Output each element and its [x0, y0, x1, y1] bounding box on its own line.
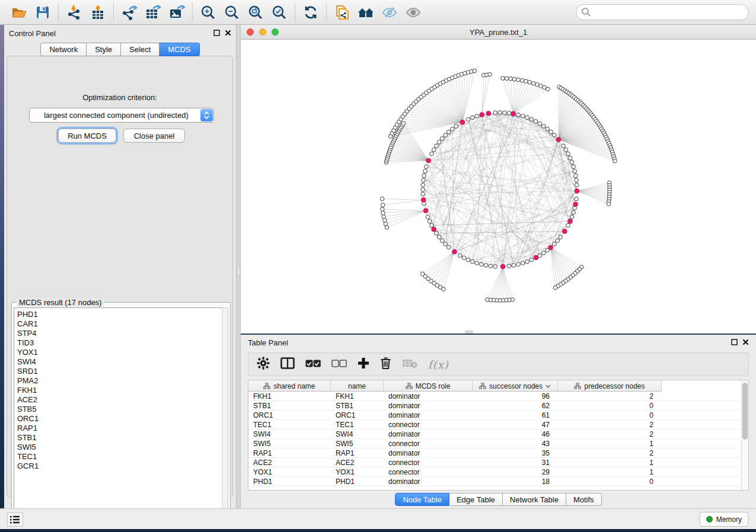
mcds-result-item[interactable]: PMA2 — [17, 376, 222, 386]
table-cell: connector — [384, 439, 473, 448]
table-cell: 18 — [473, 477, 558, 486]
network-graph[interactable] — [241, 40, 756, 334]
table-scrollbar[interactable] — [741, 380, 748, 490]
table-row[interactable]: SWI5SWI5connector431 — [248, 439, 742, 448]
table-toolbar: f(x) — [248, 352, 749, 376]
column-header-shared-name[interactable]: shared name — [248, 380, 331, 392]
mcds-result-item[interactable]: RAP1 — [17, 424, 222, 433]
import-table-icon[interactable] — [86, 2, 110, 23]
table-row[interactable]: STB1STB1dominator620 — [248, 401, 742, 411]
delete-column-trash-icon[interactable] — [380, 357, 391, 372]
network-window-titlebar[interactable]: YPA_prune.txt_1 — [241, 25, 756, 40]
add-column-plus-icon[interactable] — [358, 357, 369, 371]
mcds-result-item[interactable]: ORC1 — [17, 414, 222, 424]
vertical-splitter[interactable] — [236, 25, 241, 508]
mcds-result-item[interactable]: PHD1 — [17, 310, 222, 319]
export-network-icon[interactable] — [117, 2, 141, 23]
mcds-result-list[interactable]: PHD1CAR1STP4TID3YOX1SWI4SRD1PMA2FKH1ACE2… — [14, 307, 222, 518]
table-row[interactable]: PHD1PHD1dominator180 — [248, 477, 742, 486]
mcds-list-scrollbar[interactable] — [222, 307, 228, 518]
select-all-checkboxes-icon[interactable] — [305, 359, 321, 370]
zoom-fit-icon[interactable] — [244, 2, 267, 23]
table-cell: SWI4 — [331, 430, 384, 439]
mcds-result-item[interactable]: STP4 — [17, 329, 222, 338]
table-cell: 62 — [473, 401, 558, 411]
tab-node-table[interactable]: Node Table — [395, 493, 449, 506]
mcds-result-item[interactable]: STB1 — [17, 433, 222, 443]
table-cell: 1 — [558, 458, 662, 467]
table-row[interactable]: FKH1FKH1dominator962 — [248, 392, 742, 401]
mcds-result-item[interactable]: GCR1 — [17, 462, 222, 471]
column-header-successor-nodes[interactable]: successor nodes — [473, 380, 558, 392]
memory-button[interactable]: Memory — [700, 512, 748, 527]
mcds-result-item[interactable]: FKH1 — [17, 386, 222, 395]
float-panel-icon[interactable] — [731, 337, 738, 348]
network-canvas[interactable] — [241, 40, 756, 334]
export-table-icon[interactable] — [141, 2, 165, 23]
table-cell: 0 — [558, 401, 662, 411]
table-settings-gear-icon[interactable] — [257, 357, 270, 372]
table-cell: SWI5 — [331, 439, 384, 448]
table-row[interactable]: SWI4SWI4dominator462 — [248, 430, 742, 439]
tab-network[interactable]: Network — [40, 43, 87, 56]
table-row[interactable]: ORC1ORC1dominator610 — [248, 411, 742, 420]
column-header-predecessor-nodes[interactable]: predecessor nodes — [558, 380, 662, 392]
close-panel-button[interactable]: Close panel — [123, 129, 185, 143]
horizontal-splitter-handle[interactable] — [465, 331, 473, 334]
close-panel-icon[interactable] — [225, 28, 231, 39]
hide-selected-eye-icon[interactable] — [378, 2, 401, 23]
mcds-result-item[interactable]: ACE2 — [17, 395, 222, 405]
export-image-icon[interactable] — [165, 2, 189, 23]
mcds-result-item[interactable]: YOX1 — [17, 348, 222, 357]
tab-edge-table[interactable]: Edge Table — [449, 493, 503, 506]
zoom-selected-icon[interactable] — [267, 2, 291, 23]
mcds-result-item[interactable]: TID3 — [17, 338, 222, 348]
column-layout-icon[interactable] — [280, 357, 295, 371]
mcds-result-item[interactable]: CAR1 — [17, 319, 222, 329]
table-scrollbar-thumb[interactable] — [742, 383, 748, 440]
deselect-all-checkboxes-icon[interactable] — [331, 359, 347, 370]
close-panel-icon[interactable] — [742, 337, 749, 348]
refresh-icon[interactable] — [299, 2, 323, 23]
zoom-in-icon[interactable] — [196, 2, 220, 23]
mcds-result-item[interactable]: STB5 — [17, 405, 222, 414]
table-cell: YOX1 — [331, 467, 384, 477]
task-history-button[interactable] — [7, 512, 23, 527]
duplicate-network-icon[interactable] — [330, 2, 354, 23]
toolbar-separator — [58, 4, 59, 21]
table-row[interactable]: ACE2ACE2connector311 — [248, 458, 742, 467]
splitter-handle[interactable] — [237, 267, 240, 276]
control-panel-tabs: Network Style Select MCDS — [4, 43, 236, 56]
tab-network-table[interactable]: Network Table — [503, 493, 566, 506]
float-panel-icon[interactable] — [213, 28, 220, 39]
import-network-icon[interactable] — [62, 2, 86, 23]
table-row[interactable]: RAP1RAP1dominator352 — [248, 448, 742, 458]
toolbar-separator — [192, 4, 193, 21]
tab-select[interactable]: Select — [121, 43, 160, 56]
tab-motifs[interactable]: Motifs — [566, 493, 602, 506]
column-header-name[interactable]: name — [331, 380, 384, 392]
column-header-MCDS-role[interactable]: MCDS role — [384, 380, 473, 392]
mcds-result-item[interactable]: TEC1 — [17, 452, 222, 462]
table-cell: 43 — [473, 439, 558, 448]
show-all-eye-icon[interactable] — [401, 2, 425, 23]
search-input[interactable] — [576, 4, 749, 20]
mcds-result-item[interactable]: SRD1 — [17, 367, 222, 376]
tab-mcds[interactable]: MCDS — [160, 43, 199, 56]
mcds-result-item[interactable]: SWI5 — [17, 443, 222, 452]
table-row[interactable]: TEC1TEC1connector472 — [248, 420, 742, 430]
table-panel-tabs: Node Table Edge Table Network Table Moti… — [241, 493, 756, 506]
tab-style[interactable]: Style — [87, 43, 121, 56]
node-table-body: FKH1FKH1dominator962STB1STB1dominator620… — [248, 392, 742, 486]
run-mcds-button[interactable]: Run MCDS — [58, 129, 116, 143]
table-cell: 47 — [473, 420, 558, 430]
zoom-out-icon[interactable] — [220, 2, 244, 23]
open-folder-icon[interactable] — [7, 2, 31, 23]
mcds-result-item[interactable]: SWI4 — [17, 357, 222, 367]
table-row[interactable]: YOX1YOX1connector291 — [248, 467, 742, 477]
home-neighbors-icon[interactable] — [354, 2, 378, 23]
memory-status-dot — [706, 516, 713, 523]
save-icon[interactable] — [31, 2, 55, 23]
status-bar: Memory — [0, 508, 756, 529]
criterion-dropdown[interactable]: largest connected component (undirected) — [29, 108, 214, 123]
